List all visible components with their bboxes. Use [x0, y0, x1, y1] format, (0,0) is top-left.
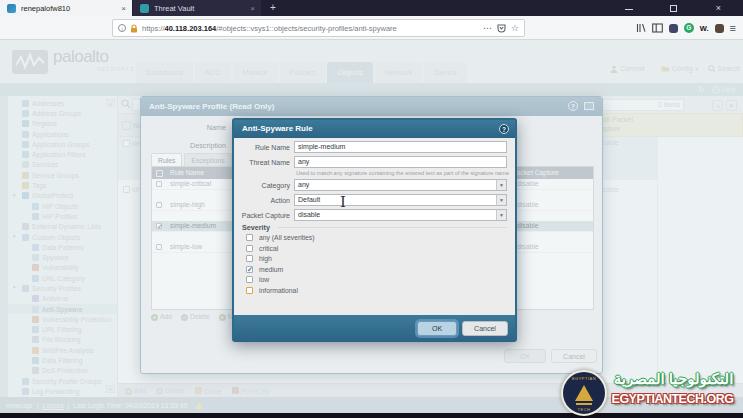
rule-name-label: Rule Name — [234, 144, 290, 151]
logo-bar — [576, 403, 592, 405]
url-scheme: https:// — [142, 24, 165, 33]
dialog-titlebar: Anti-Spyware Rule — [234, 120, 515, 138]
browser-tab-active[interactable]: renepalofw810 × — [0, 0, 132, 16]
threat-name-input[interactable]: any — [294, 156, 507, 168]
new-tab-button[interactable]: + — [266, 0, 280, 16]
tab-title: Threat Vault — [154, 4, 244, 13]
threat-name-hint: Used to match any signature containing t… — [296, 170, 509, 176]
bookmark-star-icon[interactable] — [511, 23, 519, 33]
severity-low-checkbox[interactable] — [246, 276, 253, 283]
category-select[interactable]: any — [294, 179, 507, 191]
packet-capture-select[interactable]: disable — [294, 209, 507, 221]
page-actions-icon[interactable] — [483, 23, 492, 33]
tab-close-icon[interactable]: × — [250, 4, 255, 13]
extension-icon[interactable] — [669, 24, 678, 33]
address-bar[interactable]: https://40.118.203.164/#objects::vsys1::… — [112, 19, 525, 37]
severity-any-label: any (All severities) — [259, 234, 315, 241]
dialog-help-icon[interactable] — [499, 124, 509, 134]
insecure-lock-icon[interactable] — [130, 24, 138, 33]
threat-name-label: Threat Name — [234, 159, 290, 166]
severity-medium-label: medium — [259, 266, 283, 273]
pocket-icon[interactable] — [497, 24, 506, 33]
logo-top-text: EGYPTIAN — [563, 376, 605, 381]
ok-button[interactable]: OK — [417, 321, 457, 336]
browser-tab-threat-vault[interactable]: Threat Vault × — [133, 0, 261, 16]
window-controls: × — [606, 0, 743, 16]
dialog-title: Anti-Spyware Rule — [242, 124, 313, 133]
watermark-arabic-text: التكنولوجيا المصرية — [604, 370, 743, 388]
window-maximize-button[interactable] — [651, 0, 696, 16]
screen: renepalofw810 × Threat Vault × + × https… — [0, 0, 743, 418]
grammarly-icon[interactable]: G — [684, 23, 694, 33]
menu-icon[interactable] — [730, 22, 736, 34]
wikipedia-extension-icon[interactable]: W. — [700, 24, 709, 33]
egyptiantech-logo: EGYPTIAN TECH — [561, 370, 607, 416]
url-host: 40.118.203.164 — [165, 24, 217, 33]
action-dropdown-icon[interactable] — [496, 194, 507, 206]
bottom-black-strip — [0, 413, 743, 418]
category-label: Category — [234, 182, 290, 189]
firewall-favicon — [7, 4, 16, 13]
logo-bottom-text: TECH — [563, 407, 605, 412]
dialog-footer: OK Cancel — [234, 315, 515, 342]
category-dropdown-icon[interactable] — [496, 179, 507, 191]
window-close-button[interactable]: × — [696, 0, 741, 16]
severity-critical-label: critical — [259, 245, 278, 252]
site-info-icon[interactable] — [118, 24, 126, 32]
packet-capture-dropdown-icon[interactable] — [496, 209, 507, 221]
threat-vault-favicon — [140, 4, 149, 13]
severity-high-label: high — [259, 255, 272, 262]
text-cursor — [340, 193, 346, 211]
severity-low-label: low — [259, 276, 269, 283]
rule-name-input[interactable]: simple-medium — [294, 141, 507, 153]
severity-any-checkbox[interactable] — [246, 234, 253, 241]
action-select[interactable]: Default — [294, 194, 507, 206]
tab-title: renepalofw810 — [21, 4, 115, 13]
pyramid-icon — [575, 385, 593, 401]
severity-label: Severity — [242, 223, 270, 232]
tab-close-icon[interactable]: × — [121, 4, 126, 13]
severity-informational-checkbox[interactable] — [246, 287, 253, 294]
packet-capture-label: Packet Capture — [234, 212, 290, 219]
browser-titlebar: renepalofw810 × Threat Vault × + × — [0, 0, 743, 16]
anti-spyware-rule-dialog: Anti-Spyware Rule Rule Name simple-mediu… — [232, 118, 517, 342]
severity-high-checkbox[interactable] — [246, 255, 253, 262]
severity-divider — [278, 227, 507, 228]
library-icon[interactable] — [636, 23, 646, 33]
extension-claw-icon[interactable] — [715, 24, 724, 33]
action-label: Action — [234, 197, 290, 204]
url-path: /#objects::vsys1::objects/security-profi… — [216, 24, 478, 33]
severity-informational-label: informational — [259, 287, 298, 294]
browser-extensions-row: G W. — [604, 17, 740, 39]
severity-medium-checkbox[interactable]: ✓ — [246, 266, 253, 273]
watermark-site-text: EGYPTIANTECH.ORG — [602, 392, 743, 406]
sidebar-toggle-icon[interactable] — [652, 23, 663, 33]
cancel-button[interactable]: Cancel — [462, 321, 508, 336]
window-minimize-button[interactable] — [606, 0, 651, 16]
severity-critical-checkbox[interactable] — [246, 245, 253, 252]
